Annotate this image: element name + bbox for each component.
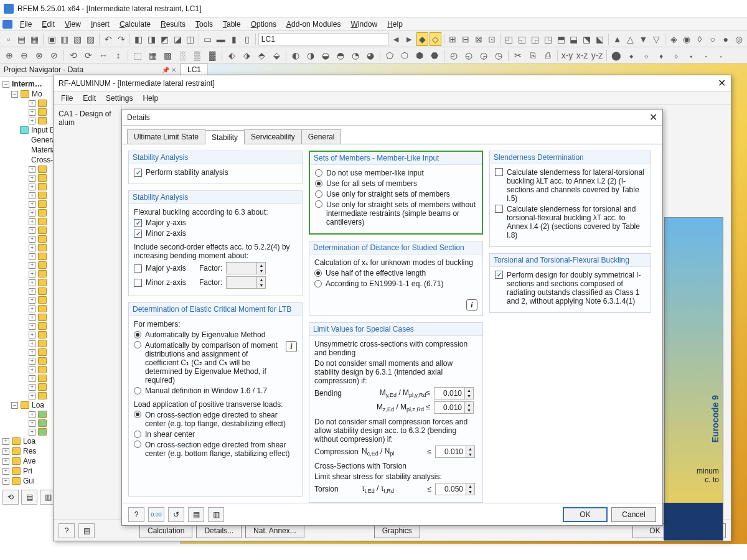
tb-icon[interactable]: ↔ bbox=[96, 49, 110, 62]
expander-icon[interactable]: + bbox=[29, 118, 35, 124]
expander-icon[interactable]: + bbox=[29, 429, 35, 436]
tab-stability[interactable]: Stability bbox=[205, 130, 245, 144]
tb-icon[interactable]: ▬ bbox=[215, 32, 227, 46]
tb-icon[interactable]: x-z bbox=[575, 49, 589, 62]
tb-icon[interactable]: ⬠ bbox=[383, 49, 397, 62]
expander-icon[interactable]: + bbox=[29, 411, 35, 418]
sets-none-radio[interactable] bbox=[315, 169, 322, 177]
tb-icon[interactable]: ↕ bbox=[111, 49, 125, 62]
perform-stability-checkbox[interactable] bbox=[134, 169, 142, 177]
tb-icon[interactable]: ⬒ bbox=[555, 32, 567, 46]
torsion-spinner[interactable]: ▲▼ bbox=[435, 483, 475, 495]
expander-icon[interactable]: + bbox=[29, 175, 35, 182]
tb-icon[interactable]: ⬦ bbox=[639, 49, 653, 62]
expander-icon[interactable]: + bbox=[2, 458, 9, 465]
tb-icon[interactable]: ▲ bbox=[611, 32, 623, 46]
tab-general[interactable]: General bbox=[301, 129, 342, 144]
tb-undo-icon[interactable]: ↶ bbox=[102, 32, 114, 46]
ok-button[interactable]: OK bbox=[563, 507, 608, 522]
expander-icon[interactable]: + bbox=[29, 201, 35, 208]
plugin-menu-settings[interactable]: Settings bbox=[101, 93, 138, 104]
load-edge-to-radio[interactable] bbox=[134, 411, 141, 418]
tb-icon[interactable]: ⬣ bbox=[428, 49, 441, 62]
sets-straight-radio[interactable] bbox=[315, 190, 322, 198]
load-icon[interactable]: ▤ bbox=[188, 507, 204, 522]
expander-icon[interactable]: + bbox=[29, 245, 35, 251]
expander-icon[interactable]: − bbox=[11, 91, 18, 98]
menu-view[interactable]: View bbox=[60, 19, 86, 30]
expander-icon[interactable]: + bbox=[29, 332, 35, 338]
tb-icon[interactable]: ◧ bbox=[133, 32, 144, 46]
tb-icon[interactable]: ⬔ bbox=[581, 32, 593, 46]
expander-icon[interactable]: + bbox=[29, 210, 35, 217]
tb-icon[interactable]: ● bbox=[720, 32, 731, 46]
tb-icon[interactable]: y-z bbox=[590, 49, 604, 62]
tab-serviceability[interactable]: Serviceability bbox=[244, 129, 302, 144]
tab-uls[interactable]: Ultimate Limit State bbox=[127, 129, 205, 144]
nav-btn-icon[interactable]: ▤ bbox=[21, 490, 37, 505]
tb-icon[interactable]: ▒ bbox=[190, 49, 204, 62]
expander-icon[interactable]: + bbox=[29, 297, 35, 304]
pin-icon[interactable]: 📌 ✕ bbox=[162, 67, 176, 73]
tb-icon[interactable]: ◑ bbox=[304, 49, 317, 62]
tb-icon[interactable]: ◆ bbox=[416, 32, 428, 46]
expander-icon[interactable]: + bbox=[29, 420, 35, 427]
tb-icon[interactable]: △ bbox=[624, 32, 636, 46]
expander-icon[interactable]: + bbox=[2, 448, 9, 455]
menu-window[interactable]: Window bbox=[345, 19, 382, 30]
expander-icon[interactable]: + bbox=[29, 262, 35, 269]
tb-icon[interactable]: ◵ bbox=[462, 49, 476, 62]
ltb-eigen-radio[interactable] bbox=[134, 331, 141, 338]
tb-icon[interactable]: ⊟ bbox=[459, 32, 471, 46]
tb-icon[interactable]: ⬡ bbox=[398, 49, 411, 62]
menu-file[interactable]: File bbox=[15, 19, 37, 30]
expander-icon[interactable]: + bbox=[29, 192, 35, 199]
expander-icon[interactable]: + bbox=[29, 279, 35, 286]
tb-icon[interactable]: ◒ bbox=[319, 49, 332, 62]
loadcase-combo[interactable]: LC1 bbox=[258, 33, 389, 45]
tb-icon[interactable]: ▧ bbox=[72, 32, 83, 46]
info-icon[interactable]: i bbox=[466, 299, 477, 310]
torsional-design-checkbox[interactable] bbox=[495, 271, 503, 279]
expander-icon[interactable]: + bbox=[29, 218, 35, 225]
tb-icon[interactable]: ▽ bbox=[651, 32, 662, 46]
tb-icon[interactable]: ⊕ bbox=[2, 49, 16, 62]
tb-icon[interactable]: ○ bbox=[707, 32, 718, 46]
close-icon[interactable]: ✕ bbox=[649, 111, 657, 123]
tb-icon[interactable]: ⬖ bbox=[225, 49, 238, 62]
tb-next-icon[interactable]: ► bbox=[403, 32, 415, 46]
tb-icon[interactable]: ⊠ bbox=[472, 32, 484, 46]
footer-icon[interactable]: ▤ bbox=[78, 523, 95, 538]
load-edge-from-radio[interactable] bbox=[134, 441, 141, 448]
expander-icon[interactable]: + bbox=[29, 236, 35, 243]
expander-icon[interactable]: + bbox=[29, 306, 35, 312]
expander-icon[interactable]: + bbox=[29, 340, 35, 347]
expander-icon[interactable]: − bbox=[2, 81, 9, 88]
tb-icon[interactable]: ◨ bbox=[146, 32, 157, 46]
cancel-button[interactable]: Cancel bbox=[611, 507, 656, 522]
bending-y-spinner[interactable]: ▲▼ bbox=[434, 387, 474, 399]
menu-results[interactable]: Results bbox=[156, 19, 190, 30]
help-icon[interactable]: ? bbox=[128, 507, 144, 522]
tb-icon[interactable]: ◓ bbox=[334, 49, 347, 62]
main-menubar[interactable]: File Edit View Insert Calculate Results … bbox=[0, 17, 747, 31]
sets-all-radio[interactable] bbox=[315, 180, 322, 187]
tb-icon[interactable]: ◊ bbox=[693, 32, 705, 46]
menu-addon[interactable]: Add-on Modules bbox=[281, 19, 345, 30]
tb-icon[interactable]: ⬤ bbox=[609, 49, 623, 62]
tb-icon[interactable]: ⬫ bbox=[714, 49, 728, 62]
tb-icon[interactable]: ⬓ bbox=[568, 32, 580, 46]
ltb-manual-radio[interactable] bbox=[134, 387, 141, 394]
dist-half-radio[interactable] bbox=[314, 269, 322, 277]
tb-icon[interactable]: ⬗ bbox=[240, 49, 253, 62]
compression-spinner[interactable]: ▲▼ bbox=[435, 446, 475, 458]
menu-tools[interactable]: Tools bbox=[190, 19, 218, 30]
tb-save-icon[interactable]: ▦ bbox=[29, 32, 40, 46]
factor-y-spinner[interactable]: ▲▼ bbox=[226, 262, 266, 274]
tb-icon[interactable]: ◶ bbox=[477, 49, 491, 62]
tb-icon[interactable]: ◎ bbox=[733, 32, 745, 46]
tb-icon[interactable]: ◉ bbox=[681, 32, 693, 46]
expander-icon[interactable]: + bbox=[29, 271, 35, 278]
tb-icon[interactable]: ◲ bbox=[529, 32, 541, 46]
bending-z-spinner[interactable]: ▲▼ bbox=[434, 401, 474, 414]
